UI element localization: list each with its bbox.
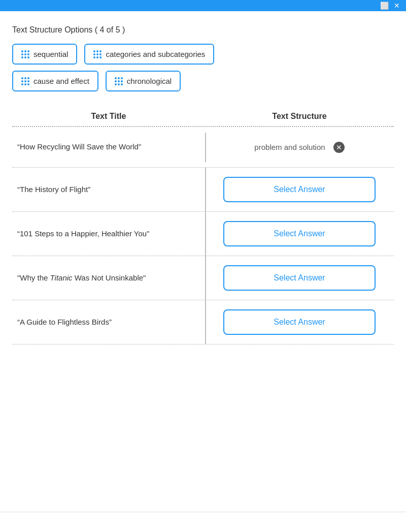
close-icon[interactable]: ✕ (394, 2, 400, 10)
col-structure-header: Text Structure (205, 112, 394, 121)
bottom-bar (0, 512, 406, 532)
vertical-divider-4 (205, 256, 206, 300)
vertical-divider-2 (205, 168, 206, 211)
option-chip-cause-effect[interactable]: cause and effect (12, 71, 98, 91)
options-title: Text Structure Options ( 4 of 5 ) (12, 25, 394, 35)
row-5-answer: Select Answer (205, 309, 394, 335)
row-3-title: “101 Steps to a Happier, Healthier You” (12, 228, 205, 240)
drag-icon-2 (93, 50, 101, 58)
select-answer-button[interactable]: Select Answer (223, 221, 376, 246)
select-answer-button[interactable]: Select Answer (223, 309, 376, 335)
row-3-answer: Select Answer (205, 221, 394, 246)
option-label-cause-effect: cause and effect (33, 77, 89, 85)
table-row: “How Recycling Will Save the World” prob… (12, 127, 394, 168)
top-bar: ⬜ ✕ (0, 0, 406, 11)
drag-icon (21, 50, 29, 58)
option-chip-categories[interactable]: categories and subcategories (84, 44, 214, 65)
col-title-header: Text Title (12, 112, 205, 121)
row-5-title: “A Guide to Flightless Birds” (12, 317, 205, 328)
option-label-chronological: chronological (127, 77, 172, 85)
row-1-title: “How Recycling Will Save the World” (12, 141, 205, 153)
row-4-title: "Why the Titanic Was Not Unsinkable" (12, 272, 205, 284)
table-row: “A Guide to Flightless Birds” Select Ans… (12, 300, 394, 345)
select-answer-button[interactable]: Select Answer (223, 177, 376, 202)
main-content: Text Structure Options ( 4 of 5 ) sequen… (0, 11, 406, 357)
table-row: “101 Steps to a Happier, Healthier You” … (12, 212, 394, 256)
row-4-answer: Select Answer (205, 265, 394, 291)
table-row: "Why the Titanic Was Not Unsinkable" Sel… (12, 256, 394, 300)
vertical-divider-5 (205, 300, 206, 344)
drag-icon-4 (115, 77, 123, 85)
table-section: Text Title Text Structure “How Recycling… (12, 112, 394, 345)
option-chip-sequential[interactable]: sequential (12, 44, 77, 65)
table-row: “The History of Flight” Select Answer (12, 168, 394, 212)
row-2-answer: Select Answer (205, 177, 394, 202)
drag-icon-3 (21, 77, 29, 85)
row-1-answer: problem and solution ✕ (205, 142, 394, 153)
vertical-divider-3 (205, 212, 206, 256)
select-answer-button[interactable]: Select Answer (223, 265, 376, 291)
table-header: Text Title Text Structure (12, 112, 394, 127)
remove-answer-button[interactable]: ✕ (333, 142, 345, 153)
options-grid: sequential categories and subcategories … (12, 44, 394, 91)
option-label-sequential: sequential (33, 50, 68, 58)
options-row-2: cause and effect chronological (12, 71, 394, 91)
vertical-divider (205, 133, 206, 162)
option-label-categories: categories and subcategories (106, 50, 205, 58)
option-chip-chronological[interactable]: chronological (106, 71, 181, 91)
options-row-1: sequential categories and subcategories (12, 44, 394, 65)
window-icon[interactable]: ⬜ (380, 2, 389, 10)
row-2-title: “The History of Flight” (12, 184, 205, 196)
row-1-answer-text: problem and solution (254, 143, 325, 151)
answered-container: problem and solution ✕ (205, 142, 394, 153)
